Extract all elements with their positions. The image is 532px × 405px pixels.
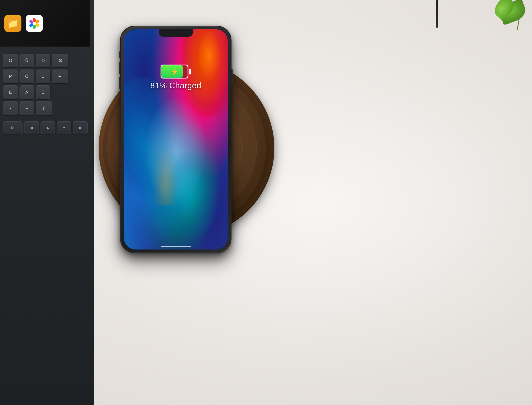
iphone-volume-down-button[interactable] [119,77,120,89]
key-arrow-down[interactable]: ▼ [57,122,71,134]
iphone-body: ⚡ 81% Charged [120,26,231,253]
ipad-screen-content: 📁 [0,0,90,47]
iphone-volume-up-button[interactable] [119,62,120,74]
key-dash[interactable]: – [20,101,34,115]
battery-indicator: ⚡ 81% Charged [150,65,201,90]
key-p[interactable]: P [3,69,18,83]
keyboard-row-5: tion ◀ ▲ ▼ ▶ [3,122,89,134]
iphone-mute-switch[interactable] [119,52,120,58]
iphone-power-button[interactable] [231,69,233,85]
key-u-acute[interactable]: Ú [36,69,50,83]
key-return[interactable]: ↵ [52,69,68,83]
home-indicator[interactable] [161,246,191,247]
key-a-acute[interactable]: Á [20,85,34,99]
keyboard-keys-area: Ö Ü Ó ⌫ P Ő Ú ↵ É Á Ű · – ⇧ tion ◀ ▲ [0,49,92,140]
keyboard-row-4: · – ⇧ [3,101,89,115]
key-arrow-left[interactable]: ◀ [24,122,39,134]
key-backspace[interactable]: ⌫ [52,54,68,67]
key-o-umlaut[interactable]: Ö [3,54,18,67]
plant-container [485,0,532,39]
svg-point-7 [33,22,36,25]
ipad-screen: 📁 [0,0,90,47]
keyboard-row-2: P Ő Ú ↵ [3,69,89,83]
keyboard-row-1: Ö Ü Ó ⌫ [3,54,89,67]
wallpaper-sparkle [150,139,181,205]
key-o-double-acute[interactable]: Ő [20,69,34,83]
files-app-icon[interactable]: 📁 [4,15,21,32]
photos-icon-svg [28,17,40,29]
key-o-acute[interactable]: Ó [36,54,50,67]
battery-bolt-icon: ⚡ [171,68,178,75]
key-e-acute[interactable]: É [3,85,18,99]
key-shift[interactable]: ⇧ [36,101,52,115]
key-colon[interactable]: · [3,101,18,115]
key-u-umlaut[interactable]: Ü [20,54,34,67]
battery-icon-container: ⚡ [161,65,191,79]
charging-cable [436,0,438,28]
battery-percent-text: 81% Charged [150,81,201,90]
iphone-frame: ⚡ 81% Charged [121,26,231,252]
key-arrow-right[interactable]: ▶ [73,122,88,134]
keyboard-row-3: É Á Ű [3,85,89,99]
battery-tip [189,69,191,74]
ipad-keyboard: 📁 Ö [0,0,94,405]
key-tion[interactable]: tion [3,122,22,134]
photos-app-icon[interactable] [26,15,43,32]
key-u-double-acute[interactable]: Ű [36,85,50,99]
iphone-screen[interactable]: ⚡ 81% Charged [124,29,228,250]
iphone-container: ⚡ 81% Charged [120,26,231,253]
battery-body: ⚡ [161,65,188,79]
key-arrow-up[interactable]: ▲ [40,122,55,134]
iphone-notch [159,29,193,37]
